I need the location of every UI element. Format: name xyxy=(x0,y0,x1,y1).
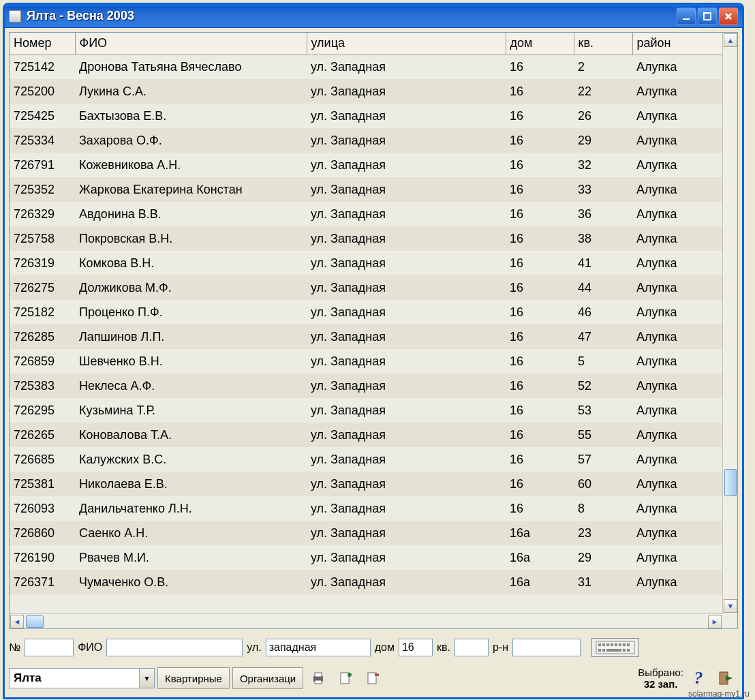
header-row[interactable]: Номер ФИО улица дом кв. район xyxy=(10,33,725,55)
label-house: дом xyxy=(375,641,395,654)
organizations-button[interactable]: Организаци xyxy=(232,667,303,689)
horizontal-scrollbar[interactable]: ◄ ► xyxy=(10,613,722,628)
cell-fio: Должикова М.Ф. xyxy=(75,275,307,300)
cell-house: 16 xyxy=(506,202,574,226)
cell-district: Алупка xyxy=(632,545,725,570)
cell-house: 16 xyxy=(506,349,574,374)
col-header-number[interactable]: Номер xyxy=(10,33,75,55)
cell-house: 16 xyxy=(506,324,574,349)
cell-num: 725352 xyxy=(10,177,75,202)
dropdown-arrow-icon[interactable]: ▼ xyxy=(139,669,154,688)
label-number: № xyxy=(9,641,20,654)
export-add-icon xyxy=(338,671,353,686)
scroll-thumb-horizontal[interactable] xyxy=(26,615,44,628)
table-row[interactable]: 726295Кузьмина Т.Р.ул. Западная1653Алупк… xyxy=(10,398,725,423)
cell-house: 16 xyxy=(506,275,574,300)
cell-house: 16а xyxy=(506,570,574,594)
print-button[interactable] xyxy=(306,667,330,689)
table-row[interactable]: 726275Должикова М.Ф.ул. Западная1644Алуп… xyxy=(10,275,725,300)
table-row[interactable]: 725334Захарова О.Ф.ул. Западная1629Алупк… xyxy=(10,128,725,153)
apartments-button[interactable]: Квартирные xyxy=(157,667,230,689)
table-row[interactable]: 726093Данильчатенко Л.Н.ул. Западная168А… xyxy=(10,496,725,521)
cell-fio: Коновалова Т.А. xyxy=(75,423,307,447)
table-row[interactable]: 725200Лукина С.А.ул. Западная1622Алупка xyxy=(10,79,725,104)
cell-kv: 29 xyxy=(574,545,632,570)
svg-rect-16 xyxy=(623,649,626,652)
cell-fio: Авдонина В.В. xyxy=(75,202,307,226)
cell-num: 726295 xyxy=(10,398,75,423)
help-button[interactable]: ? xyxy=(686,667,711,689)
cell-house: 16 xyxy=(506,447,574,472)
cell-fio: Дронова Татьяна Вячеславо xyxy=(75,55,307,79)
table-row[interactable]: 726265Коновалова Т.А.ул. Западная1655Алу… xyxy=(10,423,725,447)
table-row[interactable]: 725381Николаева Е.В.ул. Западная1660Алуп… xyxy=(10,472,725,496)
col-header-fio[interactable]: ФИО xyxy=(75,33,307,55)
table-row[interactable]: 726685Калужских В.С.ул. Западная1657Алуп… xyxy=(10,447,725,472)
col-header-kv[interactable]: кв. xyxy=(574,33,632,55)
table-row[interactable]: 725758Покровская В.Н.ул. Западная1638Алу… xyxy=(10,226,725,251)
cell-district: Алупка xyxy=(632,447,725,472)
col-header-house[interactable]: дом xyxy=(506,33,574,55)
scroll-right-button[interactable]: ► xyxy=(708,615,722,628)
scroll-down-button[interactable]: ▼ xyxy=(724,599,737,613)
close-button[interactable] xyxy=(719,7,738,25)
table-row[interactable]: 726329Авдонина В.В.ул. Западная1636Алупк… xyxy=(10,202,725,226)
cell-fio: Рвачев М.И. xyxy=(75,545,307,570)
scroll-left-button[interactable]: ◄ xyxy=(10,615,24,628)
svg-rect-0 xyxy=(683,18,690,20)
cell-district: Алупка xyxy=(632,423,725,447)
table-row[interactable]: 726319Комкова В.Н.ул. Западная1641Алупка xyxy=(10,251,725,275)
search-bar: № ФИО ул. дом кв. р-н xyxy=(9,633,738,662)
table-row[interactable]: 726285Лапшинов Л.П.ул. Западная1647Алупк… xyxy=(10,324,725,349)
search-fio-input[interactable] xyxy=(106,639,243,656)
close-icon xyxy=(724,12,733,20)
cell-kv: 55 xyxy=(574,423,632,447)
cell-fio: Николаева Е.В. xyxy=(75,472,307,496)
titlebar[interactable]: Ялта - Весна 2003 xyxy=(5,5,742,28)
table-row[interactable]: 726859Шевченко В.Н.ул. Западная165Алупка xyxy=(10,349,725,374)
svg-rect-6 xyxy=(602,643,605,646)
cell-house: 16 xyxy=(506,398,574,423)
scroll-corner xyxy=(722,613,737,628)
col-header-district[interactable]: район xyxy=(632,33,725,55)
scroll-up-button[interactable]: ▲ xyxy=(724,33,737,47)
table-row[interactable]: 725142Дронова Татьяна Вячеславоул. Запад… xyxy=(10,55,725,79)
cell-district: Алупка xyxy=(632,153,725,177)
label-district: р-н xyxy=(493,641,508,654)
minimize-icon xyxy=(682,12,690,20)
exit-button[interactable] xyxy=(713,667,738,689)
table-row[interactable]: 726860Саенко А.Н.ул. Западная16а23Алупка xyxy=(10,521,725,545)
data-grid[interactable]: Номер ФИО улица дом кв. район 725142Дрон… xyxy=(9,32,738,629)
search-house-input[interactable] xyxy=(399,639,433,656)
table-row[interactable]: 726190Рвачев М.И.ул. Западная16а29Алупка xyxy=(10,545,725,570)
maximize-icon xyxy=(703,12,711,20)
cell-num: 725182 xyxy=(10,300,75,324)
svg-rect-11 xyxy=(623,643,626,646)
watermark-text: solarmag-my1.ru xyxy=(688,689,750,699)
search-street-input[interactable] xyxy=(266,639,371,656)
cell-fio: Бахтызова Е.В. xyxy=(75,104,307,128)
search-kv-input[interactable] xyxy=(454,639,489,656)
minimize-button[interactable] xyxy=(677,7,696,25)
table-row[interactable]: 725182Проценко П.Ф.ул. Западная1646Алупк… xyxy=(10,300,725,324)
col-header-street[interactable]: улица xyxy=(307,33,506,55)
window-title: Ялта - Весна 2003 xyxy=(27,9,677,23)
scroll-thumb-vertical[interactable] xyxy=(724,469,737,496)
city-dropdown[interactable]: Ялта ▼ xyxy=(9,668,155,688)
cell-street: ул. Западная xyxy=(307,177,506,202)
search-number-input[interactable] xyxy=(25,639,74,656)
svg-rect-17 xyxy=(627,649,630,652)
export-remove-button[interactable] xyxy=(360,667,385,689)
table-row[interactable]: 725383Неклеса А.Ф.ул. Западная1652Алупка xyxy=(10,374,725,398)
table-row[interactable]: 725352Жаркова Екатерина Констанул. Запад… xyxy=(10,177,725,202)
cell-district: Алупка xyxy=(632,177,725,202)
maximize-button[interactable] xyxy=(698,7,717,25)
table-row[interactable]: 726371Чумаченко О.В.ул. Западная16а31Алу… xyxy=(10,570,725,594)
vertical-scrollbar[interactable]: ▲ ▼ xyxy=(722,33,737,613)
export-add-button[interactable] xyxy=(333,667,358,689)
search-district-input[interactable] xyxy=(512,639,581,656)
keyboard-icon[interactable] xyxy=(591,638,639,657)
table-row[interactable]: 726791Кожевникова А.Н.ул. Западная1632Ал… xyxy=(10,153,725,177)
cell-num: 725758 xyxy=(10,226,75,251)
table-row[interactable]: 725425Бахтызова Е.В.ул. Западная1626Алуп… xyxy=(10,104,725,128)
